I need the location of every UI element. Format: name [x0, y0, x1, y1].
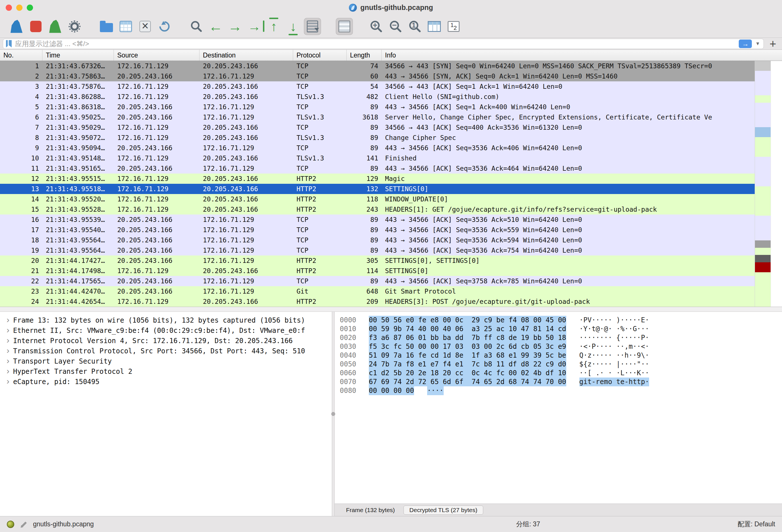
resize-columns-button[interactable]: [426, 18, 443, 35]
packet-row[interactable]: 1421:31:43.95520…172.16.71.12920.205.243…: [0, 194, 755, 204]
stop-capture-button[interactable]: [27, 18, 44, 35]
detail-tree-row[interactable]: ›Transport Layer Security: [3, 356, 332, 366]
capture-comment-icon[interactable]: [20, 520, 28, 529]
expand-chevron-icon[interactable]: ›: [3, 316, 13, 325]
column-header-info[interactable]: Info: [382, 50, 782, 61]
hex-ascii[interactable]: ·Y·t@·@· ·%··G···: [579, 325, 649, 333]
packet-row[interactable]: 521:31:43.86318…20.205.243.166172.16.71.…: [0, 102, 755, 112]
close-window-button[interactable]: [6, 5, 12, 11]
go-first-button[interactable]: [265, 18, 282, 35]
reload-file-button[interactable]: [156, 18, 173, 35]
filter-dropdown-chevron-icon[interactable]: ▼: [755, 41, 761, 47]
packet-row[interactable]: 2221:31:44.17565…20.205.243.166172.16.71…: [0, 276, 755, 286]
hex-ascii[interactable]: ····: [427, 386, 443, 395]
vertical-splitter[interactable]: [332, 312, 335, 516]
save-file-button[interactable]: [117, 18, 134, 35]
packet-list-scrollbar[interactable]: [771, 61, 782, 307]
packet-row[interactable]: 1921:31:43.95564…20.205.243.166172.16.71…: [0, 245, 755, 255]
zoom-window-button[interactable]: [27, 5, 33, 11]
column-header-src[interactable]: Source: [114, 50, 200, 61]
filter-add-button[interactable]: +: [767, 38, 779, 49]
column-header-time[interactable]: Time: [42, 50, 114, 61]
colorize-button[interactable]: [336, 18, 353, 35]
packet-row[interactable]: 1121:31:43.95165…20.205.243.166172.16.71…: [0, 163, 755, 174]
hex-ascii[interactable]: ··[ .· · ·L···K··: [579, 369, 649, 378]
expand-chevron-icon[interactable]: ›: [3, 326, 13, 335]
capture-options-button[interactable]: [66, 18, 83, 35]
zoom-original-button[interactable]: [406, 18, 423, 35]
column-header-no[interactable]: No.: [0, 50, 42, 61]
packet-row[interactable]: 2321:31:44.42470…20.205.243.166172.16.71…: [0, 286, 755, 296]
packet-row[interactable]: 1821:31:43.95564…20.205.243.166172.16.71…: [0, 235, 755, 245]
packet-row[interactable]: 721:31:43.95029…172.16.71.12920.205.243.…: [0, 122, 755, 133]
hex-bytes[interactable]: 67 69 74 2d 72 65 6d 6f 74 65 2d 68 74 7…: [369, 378, 566, 386]
column-header-dst[interactable]: Destination: [200, 50, 293, 61]
packet-row[interactable]: 1621:31:43.95539…20.205.243.166172.16.71…: [0, 214, 755, 225]
column-header-proto[interactable]: Protocol: [293, 50, 347, 61]
zoom-in-button[interactable]: [368, 18, 385, 35]
packet-row[interactable]: 121:31:43.67326…172.16.71.12920.205.243.…: [0, 61, 755, 71]
status-profile[interactable]: 配置: Default: [738, 520, 775, 529]
frame-tab[interactable]: Frame (132 bytes): [340, 505, 401, 515]
packet-row[interactable]: 1721:31:43.95540…20.205.243.166172.16.71…: [0, 225, 755, 235]
detail-tree-row[interactable]: ›eCapture, pid: 150495: [3, 377, 332, 387]
packet-row[interactable]: 821:31:43.95072…172.16.71.12920.205.243.…: [0, 133, 755, 143]
expert-info-icon[interactable]: [7, 521, 14, 528]
close-file-button[interactable]: [137, 18, 154, 35]
hex-bytes[interactable]: 00 59 9b 74 40 00 40 06 a3 25 ac 10 47 8…: [369, 325, 566, 333]
hex-ascii[interactable]: ·PV····· )·····E·: [579, 316, 649, 325]
hex-ascii[interactable]: ·<·P···· ··,m··<·: [579, 342, 649, 351]
packet-row[interactable]: 2121:31:44.17498…172.16.71.12920.205.243…: [0, 266, 755, 276]
horizontal-splitter[interactable]: [0, 307, 782, 312]
hex-bytes[interactable]: c1 d2 5b 20 2e 18 20 cc 0c 4c fc 00 02 4…: [369, 369, 566, 378]
packet-row[interactable]: 1521:31:43.95528…172.16.71.12920.205.243…: [0, 204, 755, 214]
packet-row[interactable]: 621:31:43.95025…20.205.243.166172.16.71.…: [0, 112, 755, 122]
start-capture-button[interactable]: [8, 18, 25, 35]
hex-ascii[interactable]: Q·z····· ··h··9\·: [579, 351, 649, 360]
packet-row[interactable]: 1221:31:43.95515…172.16.71.12920.205.243…: [0, 174, 755, 184]
packet-row[interactable]: 421:31:43.86288…172.16.71.12920.205.243.…: [0, 92, 755, 102]
filter-apply-button[interactable]: →: [739, 40, 752, 48]
packet-row[interactable]: 221:31:43.75863…20.205.243.166172.16.71.…: [0, 71, 755, 81]
go-forward-button[interactable]: [226, 18, 244, 35]
expand-chevron-icon[interactable]: ›: [3, 356, 13, 366]
zoom-out-button[interactable]: [387, 18, 404, 35]
display-filter-input[interactable]: 应用显示过滤器 ... <⌘/> → ▼: [3, 39, 764, 49]
detail-tree-row[interactable]: ›Internet Protocol Version 4, Src: 172.1…: [3, 336, 332, 346]
go-to-packet-button[interactable]: [246, 18, 263, 35]
hex-ascii[interactable]: ········ {·····P·: [579, 333, 649, 342]
packet-row[interactable]: 321:31:43.75876…172.16.71.12920.205.243.…: [0, 81, 755, 92]
hex-bytes[interactable]: 00 50 56 e0 fe e8 00 0c 29 c9 be f4 08 0…: [369, 316, 566, 325]
find-packet-button[interactable]: [188, 18, 205, 35]
decrypted-tls-tab[interactable]: Decrypted TLS (27 bytes): [403, 505, 484, 515]
hex-bytes[interactable]: f3 a6 87 06 01 bb ba dd 7b ff c8 de 19 b…: [369, 333, 566, 342]
hex-bytes[interactable]: 24 7b 7a f8 e1 e7 f4 e1 7c b8 11 df d8 2…: [369, 360, 566, 369]
hex-ascii[interactable]: git-remo te-http·: [579, 378, 649, 386]
detail-tree-row[interactable]: ›HyperText Transfer Protocol 2: [3, 366, 332, 377]
packet-row[interactable]: 1021:31:43.95148…172.16.71.12920.205.243…: [0, 153, 755, 163]
expand-chevron-icon[interactable]: ›: [3, 377, 13, 387]
packet-row[interactable]: 1321:31:43.95518…172.16.71.12920.205.243…: [0, 184, 755, 194]
packet-row[interactable]: 921:31:43.95094…20.205.243.166172.16.71.…: [0, 143, 755, 153]
detail-tree-row[interactable]: ›Ethernet II, Src: VMware_c9:be:f4 (00:0…: [3, 325, 332, 336]
go-last-button[interactable]: [285, 18, 301, 35]
expand-chevron-icon[interactable]: ›: [3, 367, 13, 377]
minimize-window-button[interactable]: [16, 5, 23, 11]
auto-scroll-button[interactable]: [304, 18, 321, 35]
detail-tree-row[interactable]: ›Frame 13: 132 bytes on wire (1056 bits)…: [3, 315, 332, 325]
column-header-len[interactable]: Length: [347, 50, 382, 61]
expand-chevron-icon[interactable]: ›: [3, 336, 13, 346]
packet-row[interactable]: 2021:31:44.17427…20.205.243.166172.16.71…: [0, 255, 755, 266]
go-back-button[interactable]: [207, 18, 224, 35]
restart-capture-button[interactable]: [47, 18, 64, 35]
layout-12-button[interactable]: [445, 18, 462, 35]
filter-bookmark-icon[interactable]: [6, 40, 12, 47]
packet-row[interactable]: 2421:31:44.42654…172.16.71.12920.205.243…: [0, 296, 755, 307]
hex-ascii[interactable]: ${z····· |····"··: [579, 360, 649, 369]
hex-bytes[interactable]: 51 09 7a 16 fe cd 1d 8e 1f a3 68 e1 99 3…: [369, 351, 566, 360]
hex-bytes[interactable]: f5 3c fc 50 00 00 17 03 03 00 2c 6d cb 0…: [369, 342, 566, 351]
detail-tree-row[interactable]: ›Transmission Control Protocol, Src Port…: [3, 346, 332, 356]
expand-chevron-icon[interactable]: ›: [3, 346, 13, 356]
packet-minimap[interactable]: [755, 61, 771, 307]
hex-bytes[interactable]: 00 00 00 00: [369, 386, 414, 395]
